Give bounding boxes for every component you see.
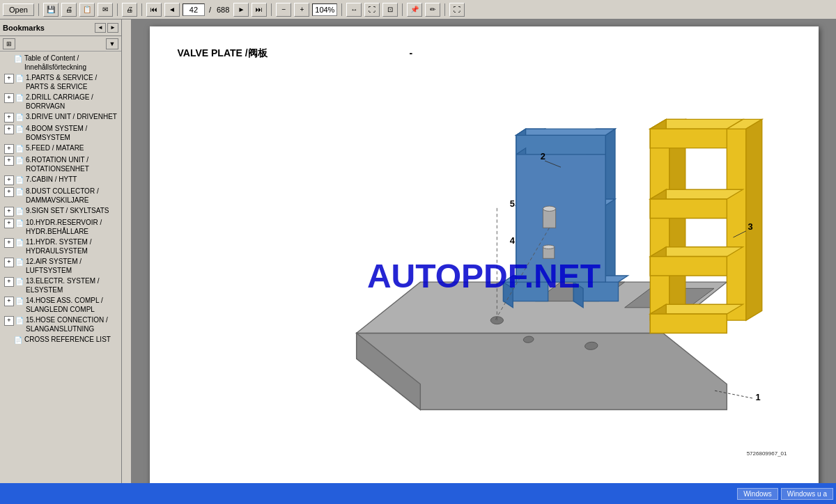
tree-label-drill: 2.DRILL CARRIAGE / BORRVAGN xyxy=(26,93,120,111)
label-3: 3 xyxy=(748,221,752,232)
tree-expand-hydr_sys[interactable]: + xyxy=(4,238,14,248)
sidebar-item-cross_ref[interactable]: 📄CROSS REFERENCE LIST xyxy=(0,334,121,347)
watermark: AUTOPDF.NET xyxy=(367,257,601,295)
tree-expand-boom[interactable]: + xyxy=(4,125,14,134)
separator-6 xyxy=(402,3,403,16)
tree-label-sign: 9.SIGN SET / SKYLTSATS xyxy=(26,206,109,215)
separator-1 xyxy=(38,3,39,16)
sidebar-expand-btn[interactable]: ► xyxy=(107,23,118,33)
sidebar-item-rotation[interactable]: +📄6.ROTATION UNIT / ROTATIONSENHET xyxy=(0,155,121,174)
sidebar-item-feed[interactable]: +📄5.FEED / MATARE xyxy=(0,143,121,155)
tree-expand-cabin[interactable]: + xyxy=(4,175,14,185)
tree-icon-cross_ref: 📄 xyxy=(14,336,22,345)
tree-expand-hose_ass[interactable]: + xyxy=(4,297,14,306)
taskbar-item-1[interactable]: Windows xyxy=(737,488,778,500)
tree-expand-feed[interactable]: + xyxy=(4,144,14,154)
separator-3 xyxy=(141,3,142,16)
sidebar-title-label: Bookmarks xyxy=(3,24,45,32)
sidebar-item-parts[interactable]: +📄1.PARTS & SERVICE / PARTS & SERVICE xyxy=(0,72,121,92)
tree-expand-hydr_res[interactable]: + xyxy=(4,219,14,228)
tree-expand-drive[interactable]: + xyxy=(4,113,14,123)
note-button[interactable]: 📌 xyxy=(407,3,422,17)
sidebar-item-dust[interactable]: +📄8.DUST COLLECTOR / DAMMAVSKILJARE xyxy=(0,186,121,205)
tree-icon-toc: 📄 xyxy=(14,54,22,63)
page-input[interactable] xyxy=(183,3,205,16)
email-button[interactable]: ✉ xyxy=(98,3,113,17)
tree-label-hydr_sys: 11.HYDR. SYSTEM / HYDRAULSYSTEM xyxy=(26,237,120,255)
tree-label-cross_ref: CROSS REFERENCE LIST xyxy=(24,335,111,344)
tree-expand-drill[interactable]: + xyxy=(4,93,14,103)
page-title: VALVE PLATE /阀板 - xyxy=(178,47,791,60)
sidebar-item-cabin[interactable]: +📄7.CABIN / HYTT xyxy=(0,174,121,186)
sidebar-item-hose_conn[interactable]: +📄15.HOSE CONNECTION / SLANGANSLUTNING xyxy=(0,315,121,334)
svg-marker-40 xyxy=(650,199,727,219)
zoom-input[interactable] xyxy=(312,3,337,16)
tree-icon-feed: 📄 xyxy=(15,144,24,153)
tree-spacer-cross_ref xyxy=(4,335,14,346)
actual-size-button[interactable]: ⊡ xyxy=(382,3,398,17)
sidebar-tree: 📄Table of Content / Innehållsförteckning… xyxy=(0,52,121,483)
tree-expand-sign[interactable]: + xyxy=(4,207,14,216)
print2-button[interactable]: 🖨 xyxy=(122,3,137,17)
tree-icon-rotation: 📄 xyxy=(15,156,24,165)
zoom-in-button[interactable]: + xyxy=(294,3,309,17)
sidebar-new-btn[interactable]: ⊞ xyxy=(3,38,15,49)
tree-label-feed: 5.FEED / MATARE xyxy=(26,143,84,152)
tree-expand-hose_conn[interactable]: + xyxy=(4,316,14,326)
tree-expand-electr[interactable]: + xyxy=(4,277,14,287)
tree-label-air: 12.AIR SYSTEM / LUFTSYSTEM xyxy=(26,257,120,275)
save-button[interactable]: 💾 xyxy=(43,3,59,17)
tree-icon-parts: 📄 xyxy=(15,74,24,83)
highlight-button[interactable]: ✏ xyxy=(425,3,440,17)
tree-label-parts: 1.PARTS & SERVICE / PARTS & SERVICE xyxy=(26,73,120,91)
separator-4 xyxy=(271,3,272,16)
sidebar-item-hose_ass[interactable]: +📄14.HOSE ASS. COMPL / SLANGLEDN COMPL xyxy=(0,295,121,315)
svg-marker-14 xyxy=(605,129,615,294)
zoom-out-button[interactable]: − xyxy=(276,3,291,17)
sidebar-item-toc[interactable]: 📄Table of Content / Innehållsförteckning xyxy=(0,53,121,72)
sidebar-item-hydr_res[interactable]: +📄10.HYDR.RESERVOIR / HYDR.BEHÅLLARE xyxy=(0,217,121,237)
taskbar-item-2[interactable]: Windows u a xyxy=(781,488,833,500)
sidebar-item-drive[interactable]: +📄3.DRIVE UNIT / DRIVENHET xyxy=(0,111,121,123)
tree-expand-air[interactable]: + xyxy=(4,258,14,267)
diagram-ref: 5726809967_01 xyxy=(747,450,787,457)
tree-label-cabin: 7.CABIN / HYTT xyxy=(26,175,77,184)
tree-icon-drive: 📄 xyxy=(15,113,24,122)
tree-label-dust: 8.DUST COLLECTOR / DAMMAVSKILJARE xyxy=(26,187,120,205)
nav-first-button[interactable]: ⏮ xyxy=(146,3,162,17)
tree-label-drive: 3.DRIVE UNIT / DRIVENHET xyxy=(26,112,117,121)
sidebar-item-boom[interactable]: +📄4.BOOM SYSTEM / BOMSYSTEM xyxy=(0,123,121,143)
tree-icon-dust: 📄 xyxy=(15,187,24,196)
tree-icon-hydr_sys: 📄 xyxy=(15,238,24,247)
open-button[interactable]: Open xyxy=(3,3,34,16)
fit-width-button[interactable]: ↔ xyxy=(346,3,362,17)
fit-page-button[interactable]: ⛶ xyxy=(364,3,380,17)
nav-prev-button[interactable]: ◄ xyxy=(164,3,180,17)
sidebar-options-btn[interactable]: ▼ xyxy=(106,38,118,49)
fullscreen-button[interactable]: ⛶ xyxy=(449,3,465,17)
nav-last-button[interactable]: ⏭ xyxy=(251,3,267,17)
separator-2 xyxy=(117,3,118,16)
tree-label-boom: 4.BOOM SYSTEM / BOMSYSTEM xyxy=(26,124,120,142)
sidebar-item-air[interactable]: +📄12.AIR SYSTEM / LUFTSYSTEM xyxy=(0,256,121,276)
properties-button[interactable]: 📋 xyxy=(79,3,95,17)
tree-expand-rotation[interactable]: + xyxy=(4,156,14,166)
tree-label-hose_conn: 15.HOSE CONNECTION / SLANGANSLUTNING xyxy=(26,315,120,333)
tree-expand-dust[interactable]: + xyxy=(4,187,14,197)
nav-next-button[interactable]: ► xyxy=(233,3,249,17)
tree-icon-air: 📄 xyxy=(15,258,24,267)
label-5: 5 xyxy=(509,198,514,209)
sidebar-item-drill[interactable]: +📄2.DRILL CARRIAGE / BORRVAGN xyxy=(0,92,121,111)
sidebar: Bookmarks ◄ ► ⊞ ▼ 📄Table of Content / In… xyxy=(0,19,122,483)
sidebar-collapse-btn[interactable]: ◄ xyxy=(95,23,106,33)
print-button[interactable]: 🖨 xyxy=(61,3,77,17)
tree-label-rotation: 6.ROTATION UNIT / ROTATIONSENHET xyxy=(26,155,120,173)
tree-expand-parts[interactable]: + xyxy=(4,74,14,84)
sidebar-toolbar: ⊞ ▼ xyxy=(0,36,121,52)
sidebar-item-hydr_sys[interactable]: +📄11.HYDR. SYSTEM / HYDRAULSYSTEM xyxy=(0,237,121,256)
sidebar-item-electr[interactable]: +📄13.ELECTR. SYSTEM / ELSYSTEM xyxy=(0,276,121,295)
tree-label-hydr_res: 10.HYDR.RESERVOIR / HYDR.BEHÅLLARE xyxy=(26,218,120,236)
sidebar-item-sign[interactable]: +📄9.SIGN SET / SKYLTSATS xyxy=(0,205,121,217)
tree-icon-sign: 📄 xyxy=(15,207,24,216)
pdf-area[interactable]: VALVE PLATE /阀板 - AUTOPDF.NET xyxy=(132,19,836,483)
